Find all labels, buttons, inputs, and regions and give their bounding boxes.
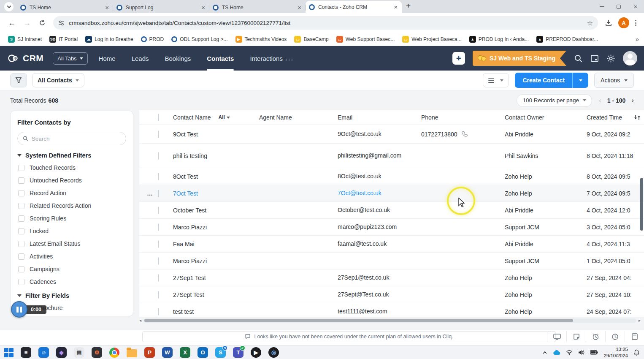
filter-item[interactable]: Locked [17, 225, 126, 237]
filter-item[interactable]: Latest Email Status [17, 237, 126, 250]
bookmark-item[interactable]: ▲PROD Log In ‹ Anda... [466, 35, 532, 44]
word-icon[interactable]: W [162, 347, 173, 358]
email-cell[interactable]: 27Sep1@test.co.uk [338, 271, 409, 285]
recording-overlay[interactable]: 0:00 [11, 301, 46, 318]
contact-name-cell[interactable]: 27Sep1 Test [173, 275, 247, 281]
contact-name-cell[interactable]: Faa Mai [173, 241, 247, 247]
play-app-icon[interactable]: ▶ [251, 347, 261, 358]
filter-item[interactable]: Record Action [17, 187, 126, 199]
row-checkbox[interactable] [158, 240, 159, 248]
records-per-page-dropdown[interactable]: 100 Records per page [517, 94, 592, 107]
email-cell[interactable]: faamai@test.co.uk [338, 237, 409, 251]
table-row[interactable]: 8Oct Test8Oct@test.co.ukZoho Help8 Oct, … [139, 168, 644, 185]
back-button[interactable]: ← [5, 16, 18, 29]
nav-item-leads[interactable]: Leads [132, 46, 149, 71]
table-row[interactable]: phil is testingphilistesting@gmail.comPh… [139, 144, 644, 168]
row-checkbox[interactable] [158, 291, 159, 299]
table-row[interactable]: 27Sept Test27Sept@Test.co.ukZoho Help27 … [139, 286, 644, 303]
table-row[interactable]: 27Sep1 Test27Sep1@test.co.ukZoho Help27 … [139, 269, 644, 286]
nav-item-bookings[interactable]: Bookings [165, 46, 191, 71]
filter-item[interactable]: Related Records Action [17, 199, 126, 212]
contact-name-cell[interactable]: Marco Piazzi [173, 258, 247, 264]
column-header[interactable]: Created Time [587, 114, 622, 121]
bookmark-item[interactable]: ☁Log in to Breathe [82, 35, 136, 44]
chat-app-icon[interactable]: ≡ [21, 347, 31, 358]
contact-name-cell[interactable]: 8Oct Test [173, 173, 247, 180]
column-header[interactable]: Phone [421, 114, 438, 121]
tab-close-icon[interactable]: × [297, 4, 302, 11]
horizontal-scrollbar[interactable]: ◂ ▸ [139, 318, 641, 323]
view-selector-dropdown[interactable]: All Contacts [32, 73, 84, 87]
screen-share-button[interactable] [547, 331, 566, 342]
vertical-scrollbar[interactable] [640, 178, 643, 231]
powerpoint-icon[interactable]: P [144, 347, 155, 358]
user-avatar[interactable] [623, 51, 637, 65]
nav-more-button[interactable]: ... [285, 54, 294, 63]
wifi-icon[interactable] [566, 350, 573, 355]
calculator-app-icon[interactable]: ▤ [74, 347, 84, 358]
excel-icon[interactable]: X [180, 347, 190, 358]
filter-checkbox[interactable] [18, 203, 24, 209]
notifications-button[interactable] [633, 349, 640, 356]
search-button[interactable] [574, 54, 583, 63]
browser-profile-avatar[interactable]: A [618, 17, 629, 28]
filter-search[interactable] [17, 132, 126, 145]
tab-close-icon[interactable]: × [104, 4, 110, 11]
email-cell[interactable]: October@test.co.uk [338, 204, 409, 217]
bookmark-item[interactable]: ◡Web Support Basec... [333, 35, 398, 44]
people-app-icon[interactable]: ☺ [38, 347, 49, 358]
filter-item[interactable]: Activities [17, 250, 126, 263]
column-header[interactable]: Agent Name [259, 114, 292, 121]
row-checkbox[interactable] [158, 190, 159, 197]
filter-checkbox[interactable] [18, 165, 24, 171]
recent-items-button[interactable] [605, 331, 625, 342]
actions-dropdown[interactable]: Actions [594, 73, 634, 88]
address-bar[interactable]: crmsandbox.zoho.eu/crm/sjwebandts/tab/Co… [53, 16, 598, 30]
bookmark-item[interactable]: ▲PREPROD Dashboar... [533, 35, 601, 44]
email-cell[interactable]: test1111@test.com [338, 305, 409, 317]
bookmark-star-icon[interactable]: ☆ [587, 19, 593, 27]
scrollbar-thumb[interactable] [144, 319, 573, 322]
bookmark-item[interactable]: ▶Techmsiths Videos [233, 35, 290, 44]
email-cell[interactable]: 9Oct@test.co.uk [338, 128, 409, 141]
row-checkbox[interactable] [158, 257, 159, 265]
more-bookmarks-icon[interactable]: » [636, 35, 639, 43]
next-page-button[interactable]: › [631, 96, 634, 105]
chrome-icon[interactable] [109, 348, 119, 358]
table-row[interactable]: …7Oct Test7Oct@test.co.ukZoho Help7 Oct,… [139, 185, 644, 202]
select-all-checkbox[interactable] [158, 114, 159, 121]
row-checkbox[interactable] [158, 308, 159, 315]
email-cell[interactable]: 27Sept@Test.co.uk [338, 288, 409, 302]
new-tab-button[interactable]: + [406, 1, 411, 11]
table-row[interactable]: test testtest1111@test.comZoho Help24 Se… [139, 303, 644, 317]
column-header[interactable]: Email [338, 114, 352, 121]
list-view-toggle[interactable] [483, 73, 509, 87]
browser-app-icon[interactable]: ◎ [268, 347, 279, 358]
contact-name-cell[interactable]: 7Oct Test [173, 190, 247, 197]
bookmark-item[interactable]: SDIT Portal [46, 35, 81, 44]
row-actions-menu[interactable]: … [139, 190, 158, 197]
prev-page-button[interactable]: ‹ [599, 96, 601, 105]
filter-button[interactable] [10, 73, 27, 87]
table-row[interactable]: October TestOctober@test.co.ukAbi Priddl… [139, 202, 644, 219]
calendar-button[interactable] [590, 54, 599, 63]
bookmark-item[interactable]: ODL Support Log >... [168, 35, 230, 44]
settings-button[interactable] [606, 54, 615, 63]
table-row[interactable]: Marco PiazziSupport JCM1 Oct, 2024 05:0 [139, 253, 644, 269]
nav-item-contacts[interactable]: Contacts [207, 46, 234, 71]
media-app-icon[interactable]: ◆ [56, 347, 67, 358]
contact-name-cell[interactable]: 27Sept Test [173, 291, 247, 298]
tab-close-icon[interactable]: × [393, 3, 398, 11]
org-banner[interactable]: SJ Web and TS Staging [473, 51, 566, 66]
filter-checkbox[interactable] [18, 266, 24, 272]
name-filter-dropdown[interactable]: All [218, 114, 230, 120]
browser-tab[interactable]: TS Home× [17, 2, 113, 13]
skype-icon[interactable]: S5 [215, 347, 226, 358]
email-cell[interactable]: 8Oct@test.co.uk [338, 170, 409, 183]
calculator-button[interactable] [625, 331, 644, 342]
all-tabs-dropdown[interactable]: All Tabs [53, 52, 87, 65]
filter-item[interactable]: Cadences [17, 275, 126, 288]
tray-expand-button[interactable] [542, 350, 547, 355]
create-contact-button[interactable]: Create Contact [515, 73, 572, 88]
nav-item-interactions[interactable]: Interactions [250, 46, 283, 71]
